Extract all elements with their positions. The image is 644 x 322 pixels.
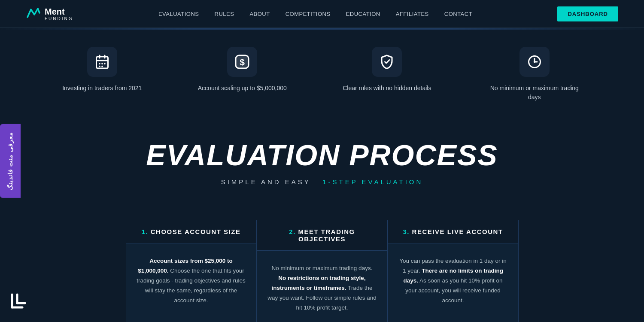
logo[interactable]: Ment FUNDING <box>26 5 73 23</box>
features-strip: Investing in traders from 2021 $ Account… <box>0 30 644 115</box>
clock-icon <box>527 54 542 70</box>
nav-item-competitions[interactable]: COMPETITIONS <box>286 10 331 18</box>
step-1-title: CHOOSE ACCOUNT SIZE <box>151 228 241 235</box>
clock-icon-box <box>519 47 550 77</box>
nav-item-contact[interactable]: CONTACT <box>444 10 472 18</box>
eval-subtitle-plain: SIMPLE AND EASY <box>221 178 311 185</box>
side-intro-button[interactable]: معرفی منت فاندینگ <box>0 124 21 198</box>
svg-point-7 <box>104 63 106 65</box>
bottom-left-brand-icon <box>9 290 30 313</box>
nav-item-about[interactable]: ABOUT <box>249 10 270 18</box>
evaluation-subtitle: SIMPLE AND EASY 1-STEP EVALUATION <box>26 178 618 185</box>
svg-point-5 <box>99 63 100 65</box>
svg-point-6 <box>101 63 103 65</box>
calendar-icon-box <box>87 47 117 77</box>
logo-sub: FUNDING <box>45 16 73 21</box>
nav-item-education[interactable]: EDUCATION <box>346 10 380 18</box>
dollar-icon-box: $ <box>227 47 257 77</box>
feature-text-3: Clear rules with no hidden details <box>343 84 431 93</box>
step-3-num: 3. <box>403 228 410 235</box>
step-2-title: MEET TRADING OBJECTIVES <box>298 228 355 243</box>
evaluation-title: EVALUATION PROCESS <box>26 140 618 170</box>
feature-item-4: No minimum or maximum trading days <box>487 47 582 102</box>
feature-item-1: Investing in traders from 2021 <box>62 47 142 93</box>
step-3-title: RECEIVE LIVE ACCOUNT <box>412 228 503 235</box>
nav-item-evaluations[interactable]: EVALUATIONS <box>158 10 199 18</box>
step-card-3-header: 3. RECEIVE LIVE ACCOUNT <box>388 220 518 243</box>
step-card-2-header: 2. MEET TRADING OBJECTIVES <box>257 220 387 251</box>
step-card-1-header: 1. CHOOSE ACCOUNT SIZE <box>126 220 256 243</box>
eval-subtitle-accent: 1-STEP EVALUATION <box>322 178 423 185</box>
step-card-3-body: You can pass the evaluation in 1 day or … <box>388 243 518 319</box>
feature-item-2: $ Account scaling up to $5,000,000 <box>198 47 287 93</box>
svg-line-0 <box>38 9 39 13</box>
feature-text-2: Account scaling up to $5,000,000 <box>198 84 287 93</box>
logo-text: Ment FUNDING <box>45 7 73 21</box>
dashboard-button[interactable]: DASHBOARD <box>557 6 618 21</box>
feature-item-3: Clear rules with no hidden details <box>343 47 431 93</box>
step-card-2: 2. MEET TRADING OBJECTIVES No minimum or… <box>257 220 388 322</box>
svg-point-8 <box>99 66 100 67</box>
nav-item-rules[interactable]: RULES <box>215 10 234 18</box>
logo-brand: Ment <box>45 7 73 16</box>
lc-icon <box>9 290 30 312</box>
step-cards: 1. CHOOSE ACCOUNT SIZE Account sizes fro… <box>26 220 618 322</box>
step-card-2-body: No minimum or maximum trading days. No r… <box>257 251 387 322</box>
svg-point-14 <box>534 61 536 63</box>
svg-point-9 <box>101 66 103 67</box>
logo-icon <box>26 5 41 23</box>
step-2-num: 2. <box>289 228 296 235</box>
step-1-num: 1. <box>142 228 149 235</box>
feature-text-1: Investing in traders from 2021 <box>62 84 142 93</box>
nav-item-affiliates[interactable]: AFFILIATES <box>396 10 429 18</box>
step-card-1-body: Account sizes from $25,000 to $1,000,000… <box>126 243 256 319</box>
calendar-icon <box>94 54 110 70</box>
nav-links: EVALUATIONS RULES ABOUT COMPETITIONS EDU… <box>158 10 472 18</box>
dollar-icon: $ <box>234 54 250 70</box>
evaluation-section: EVALUATION PROCESS SIMPLE AND EASY 1-STE… <box>26 132 618 203</box>
shield-icon-box <box>372 47 402 77</box>
feature-text-4: No minimum or maximum trading days <box>487 84 582 102</box>
shield-check-icon <box>379 54 395 70</box>
step-card-1: 1. CHOOSE ACCOUNT SIZE Account sizes fro… <box>126 220 257 322</box>
navbar: Ment FUNDING EVALUATIONS RULES ABOUT COM… <box>0 0 644 28</box>
main-content: EVALUATION PROCESS SIMPLE AND EASY 1-STE… <box>0 115 644 322</box>
step-card-3: 3. RECEIVE LIVE ACCOUNT You can pass the… <box>388 220 519 322</box>
svg-text:$: $ <box>240 57 245 67</box>
